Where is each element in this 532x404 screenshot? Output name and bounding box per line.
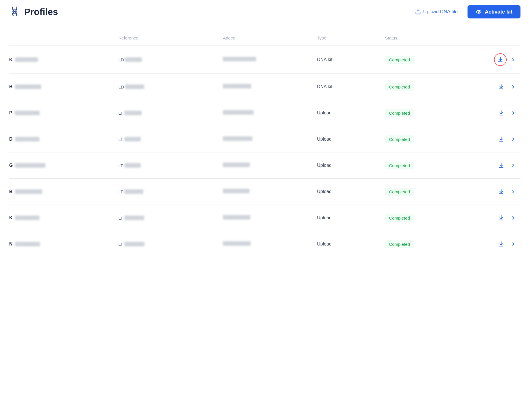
status-badge: Completed (385, 109, 414, 117)
download-icon (498, 215, 504, 221)
name-cell: P (9, 100, 114, 126)
ref-blurred (125, 84, 144, 89)
download-button[interactable] (496, 107, 507, 118)
name-cell: K (9, 205, 114, 231)
name-initial: D (9, 137, 13, 142)
download-button[interactable] (496, 239, 507, 250)
name-content: K (9, 215, 109, 220)
actions-cell (464, 205, 520, 231)
profiles-table: Reference Added Type Status K LD DNA kit… (9, 35, 520, 257)
status-cell: Completed (380, 46, 464, 74)
download-button[interactable] (496, 134, 507, 145)
ref-prefix: LT (118, 242, 123, 247)
activate-label: Activate kit (485, 9, 512, 15)
status-cell: Completed (380, 100, 464, 126)
actions-content (469, 212, 516, 223)
added-cell (218, 46, 312, 74)
status-cell: Completed (380, 179, 464, 205)
header-actions: Upload DNA file Activate kit (411, 5, 520, 18)
header-left: Profiles (9, 6, 58, 18)
chevron-button[interactable] (511, 110, 516, 116)
name-content: D (9, 137, 109, 142)
added-cell (218, 205, 312, 231)
status-badge: Completed (385, 56, 414, 64)
download-icon (498, 188, 504, 195)
added-blurred (223, 136, 252, 141)
activate-kit-button[interactable]: Activate kit (468, 5, 520, 18)
ref-prefix: LD (118, 84, 124, 89)
table-row: B LD DNA kitCompleted (9, 74, 520, 100)
name-initial: N (9, 241, 13, 247)
chevron-right-icon (511, 137, 516, 142)
download-icon (498, 110, 504, 116)
type-text: Upload (317, 137, 332, 141)
name-cell: G (9, 152, 114, 179)
download-button[interactable] (496, 160, 507, 171)
name-blurred (15, 163, 45, 168)
chevron-button[interactable] (511, 241, 516, 247)
name-initial: K (9, 215, 13, 220)
added-blurred (223, 189, 250, 193)
dna-icon (9, 6, 20, 18)
download-button[interactable] (496, 212, 507, 223)
col-header-added: Added (218, 35, 312, 46)
chevron-right-icon (511, 215, 516, 220)
chevron-button[interactable] (511, 163, 516, 168)
type-text: Upload (317, 189, 332, 194)
name-initial: B (9, 189, 13, 194)
main-content: Reference Added Type Status K LD DNA kit… (0, 24, 532, 269)
name-content: N (9, 241, 109, 247)
download-button[interactable] (494, 53, 507, 66)
ref-blurred (124, 216, 144, 220)
upload-dna-button[interactable]: Upload DNA file (411, 6, 462, 18)
ref-prefix: LT (118, 111, 123, 116)
chevron-button[interactable] (511, 215, 516, 220)
reference-cell: LT (114, 152, 218, 179)
added-blurred (223, 241, 251, 246)
chevron-right-icon (511, 241, 516, 247)
chevron-button[interactable] (511, 84, 516, 89)
reference-content: LT (118, 163, 214, 168)
chevron-right-icon (511, 110, 516, 116)
chevron-button[interactable] (511, 189, 516, 194)
added-cell (218, 179, 312, 205)
name-content: P (9, 110, 109, 116)
actions-cell (464, 126, 520, 152)
name-blurred (15, 242, 40, 246)
added-blurred (223, 57, 256, 61)
type-cell: DNA kit (312, 46, 380, 74)
reference-cell: LT (114, 205, 218, 231)
reference-cell: LT (114, 126, 218, 152)
download-icon (498, 241, 504, 247)
status-badge: Completed (385, 214, 414, 222)
type-text: DNA kit (317, 57, 332, 62)
added-cell (218, 231, 312, 257)
name-cell: D (9, 126, 114, 152)
chevron-button[interactable] (511, 57, 516, 62)
added-cell (218, 152, 312, 179)
chevron-right-icon (511, 57, 516, 62)
chevron-button[interactable] (511, 137, 516, 142)
svg-point-5 (478, 11, 480, 13)
download-button[interactable] (496, 186, 507, 197)
download-button[interactable] (496, 81, 507, 92)
actions-content (469, 107, 516, 118)
type-cell: Upload (312, 152, 380, 179)
name-initial: K (9, 57, 13, 62)
name-content: B (9, 189, 109, 194)
chevron-right-icon (511, 163, 516, 168)
upload-label: Upload DNA file (423, 9, 458, 15)
table-row: P LT UploadCompleted (9, 100, 520, 126)
actions-content (469, 81, 516, 92)
reference-content: LD (118, 84, 214, 89)
type-text: Upload (317, 215, 332, 220)
reference-content: LT (118, 189, 214, 194)
col-header-name (9, 35, 114, 46)
download-icon (498, 136, 504, 142)
name-initial: G (9, 163, 13, 168)
ref-prefix: LD (118, 57, 124, 62)
reference-content: LD (118, 57, 214, 62)
ref-blurred (125, 57, 142, 62)
name-blurred (15, 189, 42, 194)
name-cell: B (9, 179, 114, 205)
